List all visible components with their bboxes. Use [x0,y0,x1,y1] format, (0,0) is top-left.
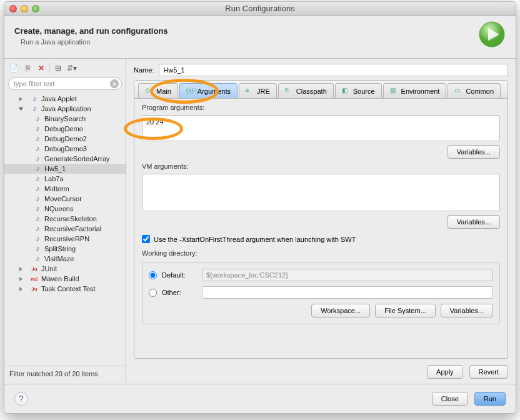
tab-environment[interactable]: ▤Environment [383,83,447,98]
java-icon: Ju [30,285,39,292]
tab-label: JRE [257,88,270,95]
run-button[interactable]: Run [474,392,506,406]
java-icon: J [33,155,42,162]
tab-classpath[interactable]: ⎘Classpath [278,83,334,98]
tree-item-label: RecursiveRPN [44,235,89,242]
separator [49,63,50,73]
clear-filter-icon[interactable]: ✕ [110,79,119,88]
tree-item-label: DebugDemo [44,125,83,132]
help-icon[interactable]: ? [14,392,28,406]
collapse-all-icon[interactable]: ⊟ [52,62,64,74]
tab-label: Environment [401,88,440,95]
program-args-input[interactable] [142,115,500,141]
revert-button[interactable]: Revert [469,365,508,379]
other-workdir-label: Other: [162,289,197,296]
default-workdir-field [202,269,493,281]
tab-folder: ⊙Main(x)=Arguments≡JRE⎘Classpath◧Source▤… [134,80,508,359]
tab-icon: ◧ [342,87,351,96]
swt-checkbox-label: Use the -XstartOnFirstThread argument wh… [154,236,356,243]
tree-item-movecursor[interactable]: JMoveCursor [4,194,126,204]
vm-args-variables-button[interactable]: Variables... [448,215,500,229]
java-icon: J [33,165,42,172]
java-icon: J [33,115,42,122]
tree-item-label: Lab7a [44,175,64,182]
config-tree: JJava AppletJJava ApplicationJBinarySear… [4,91,126,366]
workdir-variables-button[interactable]: Variables... [441,304,493,318]
tab-arguments[interactable]: (x)=Arguments [179,83,238,98]
tab-label: Arguments [198,88,231,95]
java-icon: J [33,225,42,232]
window-title: Run Configurations [4,4,516,13]
tree-item-label: GenerateSortedArray [44,155,110,162]
swt-checkbox[interactable] [142,235,150,243]
tree-item-junit[interactable]: JuJUnit [4,264,126,274]
arguments-tab-content: Program arguments: Variables... VM argum… [134,99,508,358]
tab-label: Main [156,88,171,95]
tree-item-recursiverpn[interactable]: JRecursiveRPN [4,234,126,244]
tree-item-hw5_1[interactable]: JHw5_1 [4,164,126,174]
tab-jre[interactable]: ≡JRE [239,83,277,98]
tree-item-splitstring[interactable]: JSplitString [4,244,126,254]
tree-item-visitmaze[interactable]: JVisitMaze [4,254,126,264]
filesystem-button[interactable]: File System... [375,304,436,318]
sidebar-toolbar: 📄 ⎘ ✕ ⊟ ⇵▾ [4,62,126,76]
tree-item-java-application[interactable]: JJava Application [4,104,126,114]
default-workdir-radio[interactable] [149,271,157,279]
java-icon: J [33,235,42,242]
tree-item-binarysearch[interactable]: JBinarySearch [4,114,126,124]
tab-source[interactable]: ◧Source [335,83,382,98]
tree-item-debugdemo[interactable]: JDebugDemo [4,124,126,134]
tree-item-label: DebugDemo3 [44,145,87,152]
name-label: Name: [134,66,154,74]
tree-item-midterm[interactable]: JMidterm [4,184,126,194]
other-workdir-radio[interactable] [149,289,157,297]
workspace-button[interactable]: Workspace... [311,304,370,318]
tree-item-debugdemo3[interactable]: JDebugDemo3 [4,144,126,154]
program-args-variables-button[interactable]: Variables... [448,145,500,159]
dialog-footer: ? Close Run [4,384,516,413]
tree-item-maven-build[interactable]: m2Maven Build [4,274,126,284]
main-panel: Name: ⊙Main(x)=Arguments≡JRE⎘Classpath◧S… [126,59,516,384]
tree-item-debugdemo2[interactable]: JDebugDemo2 [4,134,126,144]
dialog-title: Create, manage, and run configurations [14,26,478,36]
tree-item-label: RecursiveFactorial [44,225,101,232]
name-input[interactable] [159,64,508,76]
vm-args-label: VM arguments: [142,162,500,170]
tab-label: Classpath [296,88,327,95]
run-configurations-window: Run Configurations Create, manage, and r… [4,1,516,414]
tree-item-java-applet[interactable]: JJava Applet [4,94,126,104]
tree-item-label: Maven Build [41,275,79,282]
program-args-label: Program arguments: [142,104,500,111]
filter-placeholder: type filter text [14,80,54,88]
apply-button[interactable]: Apply [427,365,463,379]
tree-item-task-context-test[interactable]: JuTask Context Test [4,284,126,294]
tree-item-label: Java Application [41,105,91,112]
tree-item-generatesortedarray[interactable]: JGenerateSortedArray [4,154,126,164]
java-icon: J [33,135,42,142]
tab-bar: ⊙Main(x)=Arguments≡JRE⎘Classpath◧Source▤… [134,81,508,99]
new-config-icon[interactable]: 📄 [8,62,19,74]
filter-menu-icon[interactable]: ⇵▾ [66,62,78,74]
tree-item-lab7a[interactable]: JLab7a [4,174,126,184]
tab-icon: ▭ [454,87,463,96]
tree-item-recursivefactorial[interactable]: JRecursiveFactorial [4,224,126,234]
tab-common[interactable]: ▭Common [448,83,501,98]
default-workdir-label: Default: [162,271,197,279]
filter-input[interactable]: type filter text ✕ [8,78,122,90]
tab-icon: (x)= [186,87,195,96]
working-directory-group: Default: Other: Workspace... File System… [142,262,500,324]
tree-item-recurseskeleton[interactable]: JRecurseSkeleton [4,214,126,224]
tab-main[interactable]: ⊙Main [138,83,178,98]
delete-config-icon[interactable]: ✕ [36,62,47,74]
vm-args-input[interactable] [142,174,500,211]
tree-item-label: RecurseSkeleton [44,215,97,222]
java-icon: J [33,245,42,252]
tree-item-nqueens[interactable]: JNQueens [4,204,126,214]
close-button[interactable]: Close [432,392,468,406]
tree-item-label: BinarySearch [44,115,86,122]
tree-item-label: JUnit [41,265,57,272]
java-icon: J [33,195,42,202]
other-workdir-field[interactable] [202,286,493,299]
tree-item-label: NQueens [44,205,73,212]
duplicate-config-icon[interactable]: ⎘ [22,62,33,74]
